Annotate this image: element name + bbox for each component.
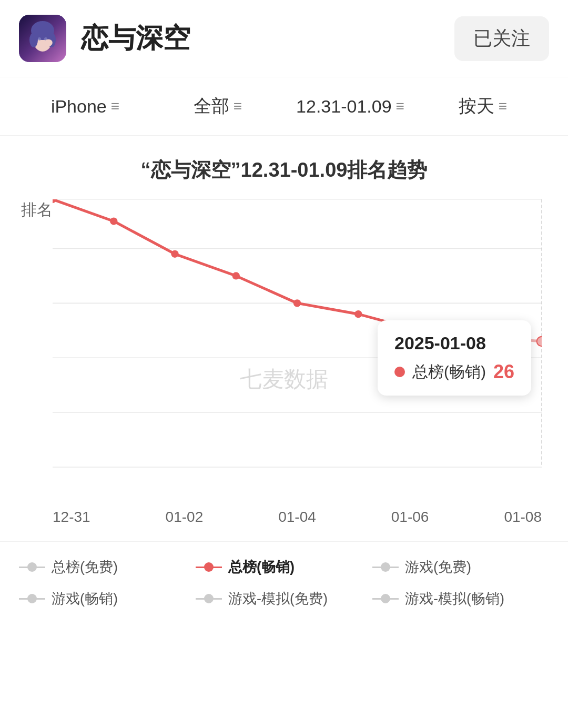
- legend-item-1: 总榜(畅销): [196, 558, 372, 577]
- legend-line-indicator: [19, 598, 45, 600]
- tooltip-row: 总榜(畅销) 26: [394, 361, 514, 383]
- legend-line-indicator: [19, 567, 45, 568]
- svg-point-23: [171, 250, 178, 258]
- granularity-filter-icon: ≡: [499, 98, 507, 115]
- svg-point-26: [354, 310, 362, 318]
- chart-container: 排名 七麦数据: [16, 194, 552, 531]
- x-label-0108: 01-08: [504, 509, 542, 525]
- category-label: 全部: [194, 94, 229, 118]
- app-icon: [19, 15, 66, 62]
- legend-item-label: 游戏(免费): [405, 558, 471, 577]
- platform-filter[interactable]: iPhone ≡: [19, 96, 151, 117]
- date-range-label: 12.31-01.09: [296, 96, 392, 117]
- tooltip-value: 26: [493, 361, 514, 383]
- legend-item-5: 游戏-模拟(畅销): [372, 589, 549, 608]
- svg-point-25: [293, 299, 301, 307]
- tooltip-series-label: 总榜(畅销): [412, 361, 486, 383]
- chart-title: “恋与深空”12.31-01.09排名趋势: [16, 157, 552, 184]
- legend-item-3: 游戏(畅销): [19, 589, 196, 608]
- legend-item-2: 游戏(免费): [372, 558, 549, 577]
- category-filter[interactable]: 全部 ≡: [151, 94, 284, 118]
- legend-line-indicator: [372, 567, 399, 568]
- svg-point-29: [537, 337, 542, 346]
- app-name: 恋与深空: [81, 20, 454, 57]
- svg-point-21: [53, 199, 56, 203]
- legend-line-indicator: [196, 598, 222, 600]
- legend-item-4: 游戏-模拟(免费): [196, 589, 372, 608]
- legend-line-indicator: [196, 567, 222, 568]
- legend-item-label: 游戏-模拟(畅销): [405, 589, 504, 608]
- svg-point-5: [38, 37, 41, 41]
- legend-item-0: 总榜(免费): [19, 558, 196, 577]
- follow-button[interactable]: 已关注: [454, 16, 549, 61]
- x-label-0106: 01-06: [391, 509, 429, 525]
- granularity-label: 按天: [459, 94, 494, 118]
- tooltip-date: 2025-01-08: [394, 333, 514, 353]
- legend-item-label: 游戏-模拟(免费): [228, 589, 328, 608]
- platform-label: iPhone: [51, 96, 107, 117]
- filter-bar: iPhone ≡ 全部 ≡ 12.31-01.09 ≡ 按天 ≡: [0, 77, 568, 136]
- chart-legend: 总榜(免费)总榜(畅销)游戏(免费)游戏(畅销)游戏-模拟(免费)游戏-模拟(畅…: [0, 541, 568, 619]
- svg-point-24: [232, 272, 240, 279]
- x-label-1231: 12-31: [53, 509, 90, 525]
- date-range-filter[interactable]: 12.31-01.09 ≡: [284, 96, 417, 117]
- granularity-filter[interactable]: 按天 ≡: [417, 94, 549, 118]
- y-axis-label: 排名: [21, 199, 53, 221]
- x-label-0102: 01-02: [166, 509, 204, 525]
- legend-line-indicator: [372, 598, 399, 600]
- platform-filter-icon: ≡: [111, 98, 119, 115]
- chart-tooltip: 2025-01-08 总榜(畅销) 26: [378, 320, 531, 396]
- category-filter-icon: ≡: [234, 98, 242, 115]
- legend-item-label: 游戏(畅销): [52, 589, 118, 608]
- x-axis: 12-31 01-02 01-04 01-06 01-08: [53, 509, 542, 525]
- svg-point-22: [110, 217, 117, 225]
- x-label-0104: 01-04: [278, 509, 316, 525]
- svg-point-3: [29, 33, 38, 47]
- date-filter-icon: ≡: [396, 98, 404, 115]
- app-header: 恋与深空 已关注: [0, 0, 568, 77]
- legend-item-label: 总榜(畅销): [228, 558, 295, 577]
- chart-section: “恋与深空”12.31-01.09排名趋势 排名 七麦数据: [0, 136, 568, 541]
- legend-item-label: 总榜(免费): [52, 558, 118, 577]
- tooltip-series-dot: [394, 367, 405, 377]
